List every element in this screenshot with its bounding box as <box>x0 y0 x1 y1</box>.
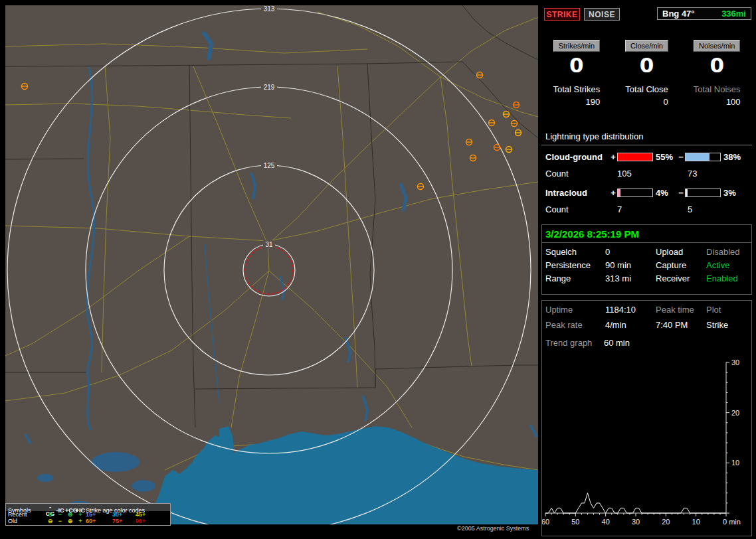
ic-positive-bar <box>617 189 653 197</box>
date-time-display: 3/2/2026 8:25:19 PM <box>542 225 751 243</box>
age-45: 45+ <box>136 511 159 518</box>
svg-text:30: 30 <box>731 358 739 366</box>
ic-positive-count: 7 <box>617 204 688 214</box>
ic-negative-percent: 3% <box>721 188 745 198</box>
total-close-label: Total Close <box>625 84 668 94</box>
cloud-ground-row: Cloud-ground + 55% − 38% <box>545 148 748 165</box>
persistence-value: 90 min <box>605 260 656 270</box>
svg-text:30: 30 <box>632 518 640 526</box>
rates-section: Strikes/min 0 Total Strikes 190 Close/mi… <box>541 37 752 119</box>
intracloud-count-row: Count 7 5 <box>545 201 748 217</box>
cg-positive-count: 105 <box>617 169 688 179</box>
range-label: Range <box>545 273 605 283</box>
strikes-per-min-button[interactable]: Strikes/min <box>553 40 600 52</box>
peak-time-value: 7:40 PM <box>656 320 706 330</box>
svg-text:10: 10 <box>692 518 700 526</box>
legend-recent-label: Recent <box>8 511 45 518</box>
plus-icon: + <box>75 511 86 518</box>
lightning-distribution-section: Lightning type distribution Cloud-ground… <box>541 130 752 217</box>
total-strikes-value: 190 <box>553 97 600 107</box>
copyright-text: ©2005 Astrogenic Systems <box>457 525 529 532</box>
age-15: 15+ <box>86 511 112 518</box>
svg-text:20: 20 <box>662 518 670 526</box>
cg-negative-bar <box>685 153 721 161</box>
peak-rate-label: Peak rate <box>545 320 605 330</box>
cloud-ground-label: Cloud-ground <box>545 152 609 162</box>
squelch-label: Squelch <box>545 247 605 257</box>
strike-map[interactable]: 31125219313 <box>5 5 538 524</box>
cg-positive-percent: 55% <box>653 152 677 162</box>
age-30: 30+ <box>112 511 136 518</box>
cg-negative-count: 73 <box>688 169 748 179</box>
map-area[interactable]: 31125219313 Symbols -CG -IC +CG +IC Stri… <box>5 5 538 524</box>
cg-negative-percent: 38% <box>721 152 745 162</box>
svg-text:125: 125 <box>264 162 275 169</box>
noises-per-min-value: 0 <box>682 55 752 76</box>
trend-graph-row: Trend graph 60 min <box>545 338 751 348</box>
mode-bar: STRIKE NOISE Bng 47° 336mi <box>541 7 752 24</box>
total-strikes-block: Total Strikes 190 <box>553 84 600 107</box>
receiver-status: Enabled <box>706 273 751 283</box>
minus-sign: − <box>677 152 685 162</box>
bearing-value: Bng 47° <box>662 9 695 19</box>
persistence-label: Persistence <box>545 260 605 270</box>
svg-text:219: 219 <box>264 84 275 91</box>
legend-old-row: Old ⊖ − ⊕ + 60+ 75+ 90+ <box>6 518 170 524</box>
statistics-section: Uptime 1184:10 Peak time Plot Peak rate … <box>541 300 752 536</box>
plus-icon: + <box>75 518 86 524</box>
capture-label: Capture <box>656 260 706 270</box>
squelch-value: 0 <box>605 247 656 257</box>
svg-text:50: 50 <box>571 518 579 526</box>
minus-sign: − <box>677 188 685 198</box>
minus-icon: − <box>55 511 65 518</box>
cg-positive-bar <box>617 153 653 161</box>
count-label: Count <box>545 204 617 214</box>
uptime-value: 1184:10 <box>605 305 656 315</box>
stats-grid: Uptime 1184:10 Peak time Plot Peak rate … <box>542 301 751 330</box>
svg-text:10: 10 <box>731 459 739 467</box>
distribution-title: Lightning type distribution <box>541 130 752 145</box>
upload-status: Disabled <box>706 247 751 257</box>
control-panel: STRIKE NOISE Bng 47° 336mi Strikes/min 0… <box>541 0 752 539</box>
receiver-label: Receiver <box>656 273 706 283</box>
status-section: 3/2/2026 8:25:19 PM Squelch 0 Upload Dis… <box>541 224 752 295</box>
svg-text:60: 60 <box>542 518 549 526</box>
legend-old-label: Old <box>8 518 45 524</box>
ic-negative-bar <box>685 189 721 197</box>
close-rate-column: Close/min 0 Total Close 0 <box>612 37 682 119</box>
svg-text:313: 313 <box>264 5 275 13</box>
noises-per-min-button[interactable]: Noises/min <box>694 40 740 52</box>
minus-icon: − <box>55 518 65 524</box>
circle-plus-icon: ⊕ <box>65 511 75 518</box>
total-noises-label: Total Noises <box>694 84 741 94</box>
settings-grid: Squelch 0 Upload Disabled Persistence 90… <box>542 243 751 283</box>
bearing-range-value: 336mi <box>721 9 746 19</box>
noise-toggle-button[interactable]: NOISE <box>584 8 620 21</box>
age-75: 75+ <box>112 518 136 524</box>
peak-rate-value: 4/min <box>605 320 656 330</box>
strike-toggle-button[interactable]: STRIKE <box>544 8 580 21</box>
upload-label: Upload <box>656 247 706 257</box>
circle-minus-icon: ⊖ <box>45 518 55 524</box>
bearing-range-display: Bng 47° 336mi <box>657 7 751 20</box>
close-per-min-button[interactable]: Close/min <box>625 40 668 52</box>
ic-positive-percent: 4% <box>653 188 677 198</box>
trend-graph-value: 60 min <box>604 338 630 348</box>
intracloud-row: Intracloud + 4% − 3% <box>545 184 748 201</box>
svg-text:20: 20 <box>731 409 739 417</box>
age-90: 90+ <box>136 518 159 524</box>
total-close-value: 0 <box>625 97 668 107</box>
age-60: 60+ <box>86 518 112 524</box>
count-label: Count <box>545 169 617 179</box>
capture-status: Active <box>706 260 751 270</box>
uptime-label: Uptime <box>545 305 605 315</box>
legend-recent-row: Recent ⊖ − ⊕ + 15+ 30+ 45+ <box>6 511 170 518</box>
plus-sign: + <box>609 152 617 162</box>
close-per-min-value: 0 <box>612 55 682 76</box>
nexstorm-window: 31125219313 Symbols -CG -IC +CG +IC Stri… <box>0 0 756 539</box>
circle-minus-icon: ⊖ <box>45 511 55 518</box>
svg-text:31: 31 <box>265 241 273 248</box>
total-strikes-label: Total Strikes <box>553 84 600 94</box>
ic-negative-count: 5 <box>688 204 748 214</box>
strikes-per-min-value: 0 <box>541 55 612 76</box>
